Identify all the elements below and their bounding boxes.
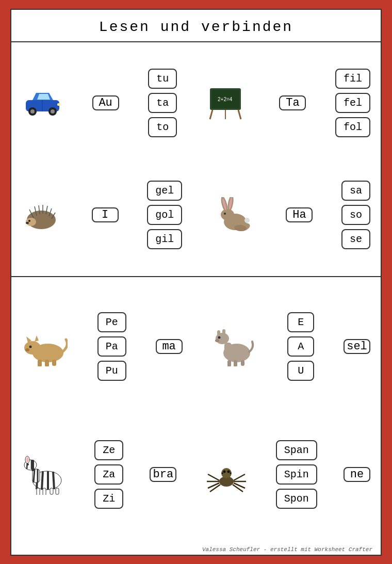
prefix-zi: Zi [94, 489, 123, 509]
svg-rect-72 [50, 488, 53, 494]
mid-bra: bra [150, 467, 176, 482]
svg-line-59 [53, 472, 54, 489]
svg-line-80 [208, 474, 219, 480]
suffix-group-sa-so-se: sa so se [341, 181, 370, 249]
prefix-ha: Ha [286, 207, 313, 222]
top-row-1: Au tu ta to 2+2=4 [22, 69, 370, 137]
svg-point-37 [24, 341, 41, 354]
suffix-fol: fol [335, 117, 370, 137]
suffix-se: se [341, 229, 370, 249]
suffix-to: to [148, 117, 177, 137]
suffix-group-fil-fel-fol: fil fel fol [335, 69, 370, 137]
svg-line-84 [234, 474, 245, 480]
svg-point-35 [244, 218, 250, 223]
prefix-group-e-a-u: E A U [287, 312, 314, 381]
bottom-row-1: Pe Pa Pu ma [22, 312, 370, 381]
svg-rect-54 [241, 360, 244, 366]
prefix-group-pe-pa-pu: Pe Pa Pu [97, 312, 126, 381]
prefix-u: U [287, 361, 314, 381]
svg-point-6 [51, 109, 55, 114]
svg-point-67 [26, 457, 28, 462]
svg-point-69 [27, 463, 29, 465]
hare-image [211, 197, 257, 233]
car-image [22, 85, 63, 121]
suffix-ta: ta [148, 93, 177, 113]
svg-line-61 [34, 469, 35, 482]
suffix-group-tu-ta-to: tu ta to [148, 69, 177, 137]
prefix-ta: Ta [279, 95, 306, 110]
prefix-ze: Ze [94, 440, 123, 460]
svg-line-57 [42, 471, 43, 490]
svg-point-50 [218, 336, 221, 339]
svg-rect-49 [222, 329, 225, 340]
worksheet-page: Lesen und verbinden [10, 9, 382, 556]
prefix-au: Au [92, 95, 119, 110]
svg-marker-2 [37, 94, 50, 100]
prefix-pu: Pu [97, 361, 126, 381]
svg-rect-44 [52, 360, 56, 366]
svg-rect-70 [37, 488, 40, 495]
spider-image [203, 454, 250, 495]
svg-rect-46 [224, 343, 232, 354]
prefix-group-span-spin-spon: Span Spin Spon [276, 440, 317, 509]
bottom-section: Pe Pa Pu ma [11, 277, 381, 544]
svg-rect-53 [234, 360, 237, 366]
footer-credit: Valessa Scheufler - erstellt mit Workshe… [11, 544, 381, 555]
svg-line-12 [210, 110, 213, 119]
prefix-pe: Pe [97, 312, 126, 332]
suffix-group-gel-gol-gil: gel gol gil [147, 181, 182, 249]
svg-line-82 [208, 483, 219, 488]
prefix-group-ze-za-zi: Ze Za Zi [94, 440, 123, 509]
suffix-tu: tu [148, 69, 177, 89]
suffix-gol: gol [147, 205, 182, 225]
svg-point-79 [230, 472, 231, 474]
svg-point-78 [221, 472, 223, 474]
svg-point-51 [215, 339, 219, 342]
prefix-za: Za [94, 464, 123, 485]
bottom-row-2: Ze Za Zi bra [22, 440, 370, 509]
svg-line-86 [234, 483, 245, 488]
donkey-image [211, 326, 258, 367]
svg-point-32 [224, 213, 226, 215]
suffix-fel: fel [335, 93, 370, 113]
svg-marker-39 [35, 335, 39, 342]
suffix-fil: fil [335, 69, 370, 89]
suffix-so: so [341, 205, 370, 225]
prefix-a: A [287, 336, 314, 357]
top-row-2: I gel gol gil [22, 181, 370, 249]
svg-line-83 [210, 485, 220, 492]
prefix-pa: Pa [97, 336, 126, 357]
prefix-spon: Spon [276, 489, 317, 509]
svg-line-13 [238, 110, 241, 119]
suffix-sel: sel [344, 339, 370, 354]
suffix-gil: gil [147, 229, 182, 249]
zebra-image [22, 454, 68, 495]
svg-rect-71 [43, 488, 46, 495]
svg-point-4 [30, 109, 35, 114]
hedgehog-image [22, 197, 63, 233]
svg-point-25 [26, 222, 29, 224]
title: Lesen und verbinden [11, 10, 381, 42]
svg-point-40 [29, 346, 32, 348]
blackboard-image: 2+2=4 [206, 85, 250, 121]
svg-rect-52 [227, 360, 231, 366]
svg-line-87 [233, 485, 243, 492]
prefix-span: Span [276, 440, 317, 460]
suffix-ne: ne [344, 467, 370, 482]
prefix-i: I [92, 207, 119, 222]
svg-rect-73 [56, 488, 59, 494]
svg-rect-68 [31, 460, 34, 471]
svg-rect-42 [38, 360, 42, 366]
prefix-e: E [287, 312, 314, 332]
svg-point-24 [28, 220, 30, 222]
svg-rect-7 [57, 103, 60, 106]
svg-text:2+2=4: 2+2=4 [218, 96, 233, 102]
top-section: Au tu ta to 2+2=4 [11, 42, 381, 277]
svg-point-77 [227, 470, 230, 473]
puma-image [22, 326, 68, 367]
svg-point-41 [25, 348, 29, 351]
svg-point-76 [223, 470, 225, 473]
suffix-gel: gel [147, 181, 182, 201]
suffix-sa: sa [341, 181, 370, 201]
prefix-spin: Spin [276, 464, 317, 485]
